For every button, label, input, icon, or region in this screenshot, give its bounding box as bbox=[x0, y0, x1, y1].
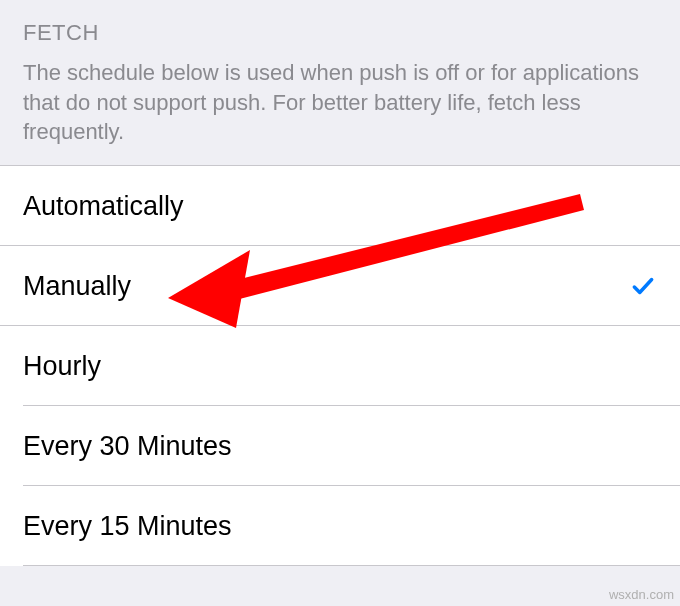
option-automatically[interactable]: Automatically bbox=[0, 166, 680, 246]
option-hourly[interactable]: Hourly bbox=[0, 326, 680, 406]
section-header: FETCH bbox=[0, 0, 680, 54]
fetch-options-list: Automatically Manually Hourly Every 30 M… bbox=[0, 165, 680, 566]
option-label: Automatically bbox=[23, 191, 184, 222]
watermark: wsxdn.com bbox=[609, 587, 674, 602]
option-label: Manually bbox=[23, 271, 131, 302]
option-every-15-minutes[interactable]: Every 15 Minutes bbox=[0, 486, 680, 566]
option-every-30-minutes[interactable]: Every 30 Minutes bbox=[0, 406, 680, 486]
option-label: Every 15 Minutes bbox=[23, 511, 232, 542]
option-label: Every 30 Minutes bbox=[23, 431, 232, 462]
section-description: The schedule below is used when push is … bbox=[0, 54, 680, 165]
checkmark-icon bbox=[629, 272, 657, 300]
option-manually[interactable]: Manually bbox=[0, 246, 680, 326]
option-label: Hourly bbox=[23, 351, 101, 382]
